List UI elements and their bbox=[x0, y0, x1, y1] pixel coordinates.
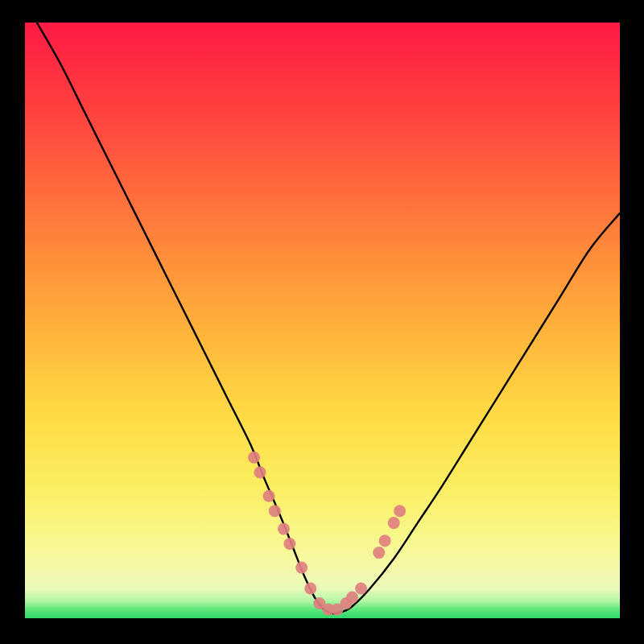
chart-frame bbox=[0, 0, 644, 644]
scatter-point bbox=[355, 583, 367, 595]
scatter-point bbox=[388, 517, 400, 529]
scatter-point bbox=[269, 505, 281, 517]
scatter-point bbox=[295, 562, 308, 574]
scatter-point bbox=[373, 547, 385, 559]
scatter-point bbox=[379, 535, 391, 547]
scatter-point bbox=[248, 452, 260, 464]
plot-svg bbox=[25, 23, 620, 618]
curve-path bbox=[37, 23, 620, 613]
scatter-point bbox=[283, 538, 295, 550]
scatter-point bbox=[278, 523, 290, 535]
scatter-point bbox=[346, 592, 358, 604]
scatter-point bbox=[254, 466, 266, 478]
scatter-point bbox=[304, 583, 316, 595]
scatter-point bbox=[394, 505, 406, 517]
plot-area bbox=[25, 23, 620, 618]
scatter-point bbox=[262, 490, 275, 502]
